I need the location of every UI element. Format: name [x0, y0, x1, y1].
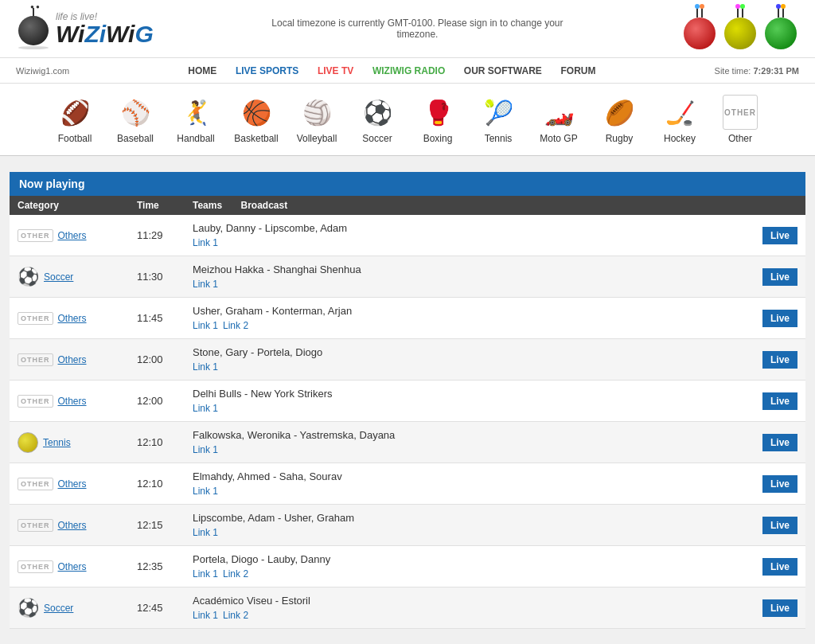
live-cell: Live	[734, 434, 797, 451]
nav-live-sports[interactable]: LIVE SPORTS	[236, 65, 298, 76]
table-row: OTHEROthers12:15Lipscombe, Adam - Usher,…	[10, 505, 805, 546]
sport-icon-handball: 🤾	[178, 95, 213, 130]
sport-icon-basketball: 🏀	[239, 95, 274, 130]
broadcast-link[interactable]: Link 1	[193, 486, 218, 497]
broadcast-links: Link 1Link 2	[193, 319, 734, 331]
table-row: OTHEROthers11:29Lauby, Danny - Lipscombe…	[10, 215, 805, 256]
mascots-area	[681, 8, 799, 49]
sport-label: Football	[58, 133, 92, 144]
broadcast-links: Link 1Link 2	[193, 609, 734, 621]
teams-cell: Usher, Graham - Konterman, ArjanLink 1Li…	[193, 305, 734, 331]
time-cell: 12:35	[137, 560, 193, 572]
sport-item-handball[interactable]: 🤾Handball	[167, 90, 224, 149]
nav-software[interactable]: OUR SOFTWARE	[464, 65, 542, 76]
table-row: OTHEROthers12:35Portela, Diogo - Lauby, …	[10, 546, 805, 587]
teams-cell: Académico Viseu - EstorilLink 1Link 2	[193, 595, 734, 621]
table-row: ⚽Soccer11:30Meizhou Hakka - Shanghai She…	[10, 256, 805, 298]
broadcast-link[interactable]: Link 1	[193, 403, 218, 414]
live-cell: Live	[734, 558, 797, 576]
nav-live-tv[interactable]: LIVE TV	[318, 65, 353, 76]
category-cell: OTHEROthers	[18, 312, 137, 325]
broadcast-links: Link 1	[193, 278, 734, 290]
live-button[interactable]: Live	[762, 351, 797, 369]
sport-item-hockey[interactable]: 🏒Hockey	[651, 90, 708, 149]
team-names: Lipscombe, Adam - Usher, Graham	[193, 512, 734, 524]
category-label[interactable]: Others	[58, 313, 87, 324]
time-cell: 12:00	[137, 395, 193, 407]
team-names: Elmahdy, Ahmed - Saha, Sourav	[193, 470, 734, 482]
live-button[interactable]: Live	[762, 599, 797, 617]
live-cell: Live	[734, 268, 797, 286]
teams-cell: Lipscombe, Adam - Usher, GrahamLink 1	[193, 512, 734, 538]
other-category-icon: OTHER	[18, 519, 53, 532]
sport-item-baseball[interactable]: ⚾Baseball	[107, 90, 164, 149]
sport-icon-football: 🏈	[57, 95, 92, 130]
category-cell: OTHEROthers	[18, 478, 137, 490]
live-button[interactable]: Live	[762, 475, 797, 493]
time-cell: 12:15	[137, 519, 193, 531]
category-label[interactable]: Others	[58, 561, 87, 572]
live-button[interactable]: Live	[762, 434, 797, 451]
table-row: OTHEROthers12:00Stone, Gary - Portela, D…	[10, 339, 805, 381]
live-button[interactable]: Live	[762, 268, 797, 286]
soccer-ball-icon: ⚽	[18, 267, 39, 287]
broadcast-link[interactable]: Link 1	[193, 361, 218, 373]
category-label[interactable]: Others	[58, 230, 87, 241]
soccer-ball-icon: ⚽	[18, 598, 39, 619]
sport-item-boxing[interactable]: 🥊Boxing	[409, 90, 466, 149]
time-cell: 11:45	[137, 312, 193, 324]
nav-radio[interactable]: WIZIWIG RADIO	[372, 65, 445, 76]
table-row: OTHEROthers11:45Usher, Graham - Konterma…	[10, 298, 805, 339]
sport-item-other[interactable]: OTHEROther	[712, 90, 769, 149]
broadcast-link[interactable]: Link 1	[193, 320, 218, 331]
broadcast-link[interactable]: Link 1	[193, 279, 218, 290]
other-category-icon: OTHER	[18, 560, 53, 573]
broadcast-link[interactable]: Link 2	[223, 610, 248, 621]
live-button[interactable]: Live	[762, 558, 797, 576]
live-button[interactable]: Live	[762, 517, 797, 534]
time-cell: 12:00	[137, 353, 193, 365]
sport-item-motogp[interactable]: 🏎️Moto GP	[530, 90, 587, 149]
team-names: Delhi Bulls - New York Strikers	[193, 388, 734, 400]
broadcast-link[interactable]: Link 1	[193, 237, 218, 248]
broadcast-link[interactable]: Link 2	[223, 568, 248, 580]
sport-icon-rugby: 🏉	[602, 95, 637, 130]
category-label[interactable]: Others	[58, 396, 87, 407]
category-label[interactable]: Tennis	[43, 437, 71, 448]
category-label[interactable]: Others	[58, 478, 87, 490]
live-button[interactable]: Live	[762, 227, 797, 244]
category-label[interactable]: Others	[58, 354, 87, 365]
table-row: Tennis12:10Falkowska, Weronika - Yastrem…	[10, 422, 805, 463]
sport-item-basketball[interactable]: 🏀Basketball	[228, 90, 285, 149]
nav-home[interactable]: HOME	[188, 65, 216, 76]
sport-label: Basketball	[234, 133, 278, 144]
team-names: Usher, Graham - Konterman, Arjan	[193, 305, 734, 317]
sport-item-rugby[interactable]: 🏉Rugby	[591, 90, 648, 149]
live-button[interactable]: Live	[762, 392, 797, 410]
category-label[interactable]: Others	[58, 520, 87, 531]
live-button[interactable]: Live	[762, 310, 797, 327]
sport-item-soccer[interactable]: ⚽Soccer	[349, 90, 406, 149]
sport-label: Soccer	[362, 133, 392, 144]
category-label[interactable]: Soccer	[44, 603, 73, 614]
tennis-ball-icon	[18, 432, 38, 453]
sport-item-volleyball[interactable]: 🏐Volleyball	[288, 90, 345, 149]
teams-cell: Falkowska, Weronika - Yastremska, Dayana…	[193, 429, 734, 455]
category-cell: OTHEROthers	[18, 395, 137, 408]
broadcast-link[interactable]: Link 1	[193, 568, 218, 580]
sport-item-tennis[interactable]: 🎾Tennis	[470, 90, 527, 149]
teams-cell: Lauby, Danny - Lipscombe, AdamLink 1	[193, 222, 734, 248]
team-names: Meizhou Hakka - Shanghai Shenhua	[193, 263, 734, 275]
category-label[interactable]: Soccer	[44, 271, 73, 283]
broadcast-link[interactable]: Link 1	[193, 527, 218, 538]
sport-label: Handball	[177, 133, 214, 144]
time-cell: 12:10	[137, 478, 193, 490]
sport-item-football[interactable]: 🏈Football	[46, 90, 103, 149]
nav-forum[interactable]: FORUM	[560, 65, 595, 76]
team-names: Portela, Diogo - Lauby, Danny	[193, 553, 734, 565]
broadcast-link[interactable]: Link 2	[223, 320, 248, 331]
broadcast-link[interactable]: Link 1	[193, 610, 218, 621]
broadcast-link[interactable]: Link 1	[193, 444, 218, 455]
other-category-icon: OTHER	[18, 312, 53, 325]
sport-icon-tennis: 🎾	[481, 95, 516, 130]
